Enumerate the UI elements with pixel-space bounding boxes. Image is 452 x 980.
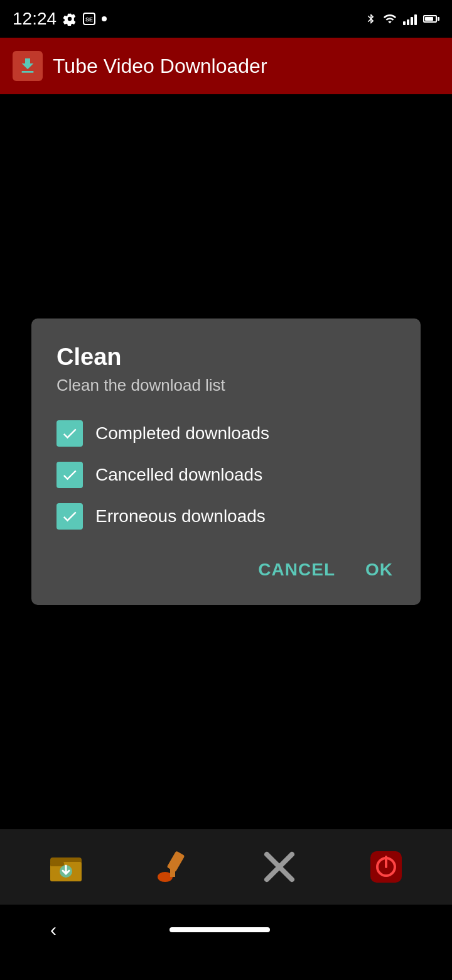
svg-rect-4: [50, 862, 64, 866]
cancelled-downloads-row: Cancelled downloads: [56, 462, 396, 488]
app-icon: [13, 51, 43, 81]
nav-clean-icon: [154, 848, 191, 886]
home-pill[interactable]: [170, 927, 270, 932]
nav-tools-icon: [261, 848, 298, 886]
dialog-title: Clean: [56, 344, 396, 371]
nav-tools[interactable]: [257, 845, 301, 889]
svg-rect-6: [167, 851, 185, 872]
cancel-button[interactable]: CANCEL: [256, 555, 338, 585]
ok-button[interactable]: OK: [363, 555, 396, 585]
se-icon: SE: [82, 11, 97, 26]
gear-icon: [63, 12, 77, 26]
app-toolbar: Tube Video Downloader: [0, 38, 452, 94]
wifi-icon: [383, 12, 397, 26]
battery-icon: [423, 15, 439, 23]
nav-downloads-icon: [47, 848, 85, 886]
toolbar-title: Tube Video Downloader: [53, 55, 267, 78]
nav-power-icon: [367, 848, 405, 886]
completed-downloads-row: Completed downloads: [56, 420, 396, 447]
nav-hint-bar: ‹: [0, 905, 452, 955]
download-icon: [18, 56, 38, 76]
back-arrow[interactable]: ‹: [50, 919, 56, 940]
dialog-subtitle: Clean the download list: [56, 376, 396, 395]
checkmark-icon: [61, 425, 78, 442]
erroneous-checkbox[interactable]: [56, 503, 83, 530]
status-icons-right: [365, 12, 439, 26]
status-time: 12:24: [13, 9, 56, 29]
clean-dialog: Clean Clean the download list Completed …: [31, 318, 421, 605]
checkmark-icon: [61, 466, 78, 484]
completed-label: Completed downloads: [95, 423, 269, 444]
dialog-buttons: CANCEL OK: [56, 555, 396, 585]
erroneous-label: Erroneous downloads: [95, 506, 266, 526]
cancelled-checkbox[interactable]: [56, 462, 83, 488]
status-bar: 12:24 SE: [0, 0, 452, 38]
signal-icon: [403, 13, 417, 25]
svg-text:SE: SE: [85, 16, 93, 23]
status-icons-left: SE: [63, 11, 107, 26]
main-area: Clean Clean the download list Completed …: [0, 94, 452, 829]
nav-clean[interactable]: [151, 845, 195, 889]
cancelled-label: Cancelled downloads: [95, 465, 262, 485]
checkmark-icon: [61, 508, 78, 525]
completed-checkbox[interactable]: [56, 420, 83, 447]
nav-downloads[interactable]: [44, 845, 88, 889]
nav-power[interactable]: [364, 845, 408, 889]
svg-rect-8: [170, 866, 175, 877]
dialog-overlay: Clean Clean the download list Completed …: [0, 94, 452, 829]
bottom-nav: [0, 829, 452, 905]
status-left: 12:24 SE: [13, 9, 107, 29]
bluetooth-icon: [365, 12, 377, 26]
notification-dot: [102, 16, 107, 21]
erroneous-downloads-row: Erroneous downloads: [56, 503, 396, 530]
